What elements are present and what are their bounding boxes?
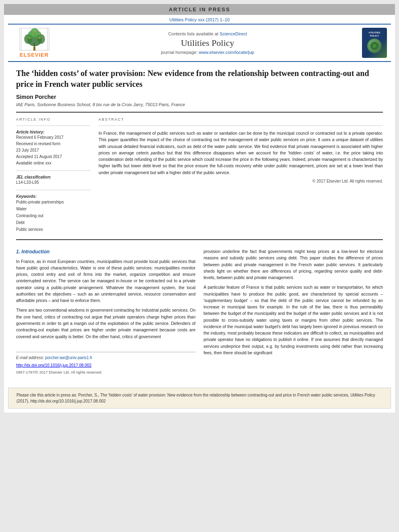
badge-text: UTILITIESPOLICY (369, 31, 380, 38)
doi-link[interactable]: http://dx.doi.org/10.1016/j.jup.2017.08.… (16, 362, 195, 369)
sciencedirect-link[interactable]: ScienceDirect (220, 31, 247, 36)
article-info-divider (16, 125, 90, 126)
intro-col2-para1: provision underline the fact that govern… (204, 248, 383, 281)
intro-col-left: 1. Introduction In France, as in most Eu… (16, 248, 195, 376)
keyword-4: Debt (16, 219, 90, 226)
footnote-area: E-mail address: porcher.iae@univ-paris1.… (16, 352, 195, 376)
journal-name: Utilities Policy (56, 38, 359, 48)
footnote-email: E-mail address: porcher.iae@univ-paris1.… (16, 355, 195, 361)
utilities-policy-badge: UTILITIESPOLICY (362, 28, 387, 58)
jel-label: JEL classification: (16, 175, 90, 179)
intro-col-right: provision underline the fact that govern… (204, 248, 383, 376)
author-affiliation: IAE Paris, Sorbonne Business School, 8 b… (16, 102, 383, 107)
introduction-section: 1. Introduction In France, as in most Eu… (16, 248, 383, 376)
utilities-policy-badge-container: UTILITIESPOLICY (359, 28, 387, 58)
citation-bar: Please cite this article in press as: Po… (8, 388, 391, 409)
svg-point-8 (29, 37, 30, 39)
svg-point-12 (34, 31, 35, 32)
article-in-press-banner: ARTICLE IN PRESS (4, 4, 395, 15)
keywords-label: Keywords: (16, 194, 90, 199)
keyword-5: Public services (16, 226, 90, 233)
email-link[interactable]: porcher.iae@univ-paris1.fr (45, 355, 92, 360)
journal-header: ELSEVIER Contents lists available at Sci… (8, 24, 391, 62)
contents-line: Contents lists available at ScienceDirec… (56, 31, 359, 36)
badge-circle (367, 39, 382, 53)
intro-col2-para2: A particular feature of France is that p… (204, 284, 383, 356)
abstract-text: In France, the management of public serv… (99, 130, 383, 176)
doi-anchor[interactable]: http://dx.doi.org/10.1016/j.jup.2017.08.… (16, 363, 91, 368)
please-cite-text: Please cite this article in press as: Po… (16, 393, 375, 403)
divider-after-author (16, 112, 383, 113)
doi-line: Utilities Policy xxx (2017) 1–10 (4, 15, 395, 24)
jel-value: L14-L33-L95 (16, 179, 90, 186)
intro-para1: In France, as in most European countries… (16, 258, 195, 304)
badge-circle-inner (370, 42, 378, 50)
elsevier-logo-container: ELSEVIER (12, 28, 56, 58)
intro-heading: 1. Introduction (16, 248, 195, 256)
history-divider (16, 170, 90, 171)
article-content: The ‘hidden costs’ of water provision: N… (4, 62, 395, 384)
copyright-text: © 2017 Elsevier Ltd. All rights reserved… (99, 179, 383, 183)
elsevier-logo: ELSEVIER (12, 28, 56, 58)
article-title: The ‘hidden costs’ of water provision: N… (16, 68, 383, 90)
svg-point-11 (36, 33, 37, 35)
elsevier-tree-icon (19, 28, 49, 51)
history-label: Article history: (16, 130, 90, 134)
email-label: E-mail address: (16, 355, 44, 360)
article-info-column: ARTICLE INFO Article history: Received 6… (16, 117, 90, 233)
journal-homepage: journal homepage: www.elsevier.com/locat… (56, 50, 359, 55)
abstract-label: ABSTRACT (99, 117, 383, 121)
keyword-2: Water (16, 205, 90, 212)
article-info-abstract: ARTICLE INFO Article history: Received 6… (16, 117, 383, 233)
keyword-3: Contracting out (16, 212, 90, 219)
abstract-divider (99, 125, 383, 126)
abstract-column: ABSTRACT In France, the management of pu… (99, 117, 383, 233)
article-info-label: ARTICLE INFO (16, 117, 90, 121)
svg-point-10 (32, 33, 33, 35)
contents-text: Contents lists available at (168, 31, 218, 36)
journal-center: Contents lists available at ScienceDirec… (56, 31, 359, 55)
svg-point-9 (39, 37, 41, 39)
homepage-text: journal homepage: (161, 50, 197, 55)
keywords-list: Public-private partnerships Water Contra… (16, 199, 90, 233)
banner-text: ARTICLE IN PRESS (169, 6, 230, 12)
author-name: Simon Porcher (16, 94, 383, 100)
jel-divider (16, 190, 90, 190)
license-text: 0957-1787/© 2017 Elsevier Ltd. All right… (16, 370, 195, 376)
keyword-1: Public-private partnerships (16, 199, 90, 205)
elsevier-label: ELSEVIER (20, 52, 49, 58)
history-values: Received 6 February 2017 Received in rev… (16, 134, 90, 166)
intro-para2: There are two conventional wisdoms in go… (16, 307, 195, 339)
doi-line-text: Utilities Policy xxx (2017) 1–10 (169, 17, 230, 22)
journal-url[interactable]: www.elsevier.com/locate/jup (199, 50, 254, 55)
section-divider (16, 239, 383, 240)
page: ARTICLE IN PRESS Utilities Policy xxx (2… (4, 4, 395, 413)
svg-point-7 (30, 28, 39, 37)
